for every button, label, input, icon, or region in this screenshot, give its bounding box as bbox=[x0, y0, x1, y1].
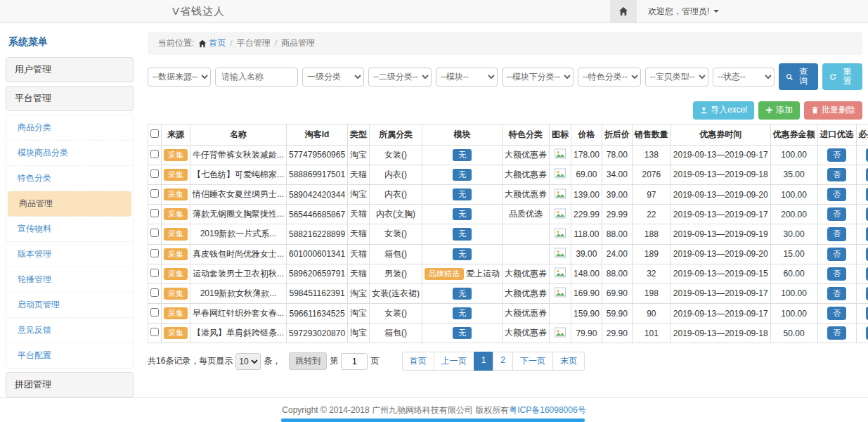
table-row: 采集【七色纺】可爱纯棉家...588869917501天猫内衣()无大额优惠券6… bbox=[148, 165, 868, 184]
sidebar-submenu-item[interactable]: 特色分类 bbox=[6, 166, 133, 191]
breadcrumb-home-link[interactable]: 首页 bbox=[198, 37, 226, 49]
sidebar-menu-item[interactable]: 拼团管理 bbox=[6, 372, 134, 397]
per-page-select[interactable]: 10 bbox=[235, 353, 261, 370]
import-select-toggle[interactable]: 否 bbox=[827, 267, 846, 281]
page-last-button[interactable]: 末页 bbox=[552, 352, 585, 371]
sidebar-submenu-item[interactable]: 轮播管理 bbox=[6, 267, 133, 293]
select-all-cell bbox=[148, 124, 162, 145]
category: 男装() bbox=[370, 264, 422, 283]
batch-delete-button[interactable]: 批量删除 bbox=[804, 101, 862, 119]
row-checkbox-cell bbox=[148, 165, 162, 184]
import-select-toggle[interactable]: 否 bbox=[827, 248, 846, 261]
price: 139.00 bbox=[571, 184, 602, 204]
name-search-input[interactable] bbox=[215, 68, 298, 87]
icon-cell bbox=[550, 205, 571, 224]
page-number-button[interactable]: 1 bbox=[474, 352, 494, 371]
search-button[interactable]: 查询 bbox=[779, 63, 819, 90]
breadcrumb-home-label: 首页 bbox=[209, 37, 226, 49]
filter-select[interactable]: --状态-- bbox=[713, 68, 775, 87]
row-checkbox[interactable] bbox=[150, 269, 159, 277]
page-first-button[interactable]: 首页 bbox=[402, 352, 434, 371]
sidebar-submenu-item[interactable]: 版本管理 bbox=[6, 242, 133, 267]
platform-type: 天猫 bbox=[348, 205, 370, 224]
select-all-checkbox[interactable] bbox=[150, 129, 159, 138]
import-select-toggle[interactable]: 否 bbox=[827, 287, 846, 300]
sidebar-submenu-item[interactable]: 商品分类 bbox=[6, 115, 133, 141]
import-select-toggle[interactable]: 否 bbox=[827, 227, 846, 241]
product-name: 2019新款女秋薄款... bbox=[190, 283, 287, 303]
sidebar-submenu-item[interactable]: 模块商品分类 bbox=[6, 141, 133, 166]
table-row: 采集【港风】单肩斜跨链条...597293020870淘宝箱包()无大额优惠券7… bbox=[148, 324, 868, 343]
jump-page-prefix: 第 bbox=[330, 355, 338, 367]
must-buy-toggle-cell: 否 bbox=[856, 145, 868, 165]
jump-page-input[interactable] bbox=[341, 353, 368, 370]
import-select-toggle[interactable]: 否 bbox=[827, 326, 846, 340]
taoke-id: 601000601341 bbox=[287, 244, 348, 264]
home-button[interactable] bbox=[610, 0, 637, 23]
row-checkbox[interactable] bbox=[150, 249, 159, 257]
welcome-text: 欢迎您，管理员! bbox=[648, 6, 709, 18]
filter-select[interactable]: --数据来源-- bbox=[148, 68, 211, 87]
page-prev-button[interactable]: 上一页 bbox=[434, 352, 474, 371]
page-next-button[interactable]: 下一页 bbox=[512, 352, 553, 371]
jump-button[interactable]: 跳转到 bbox=[289, 352, 327, 370]
category: 箱包() bbox=[370, 324, 422, 343]
row-checkbox-cell bbox=[148, 283, 162, 303]
product-name: 真皮钱包时尚优雅女士... bbox=[190, 244, 287, 264]
must-buy-toggle-cell: 否 bbox=[856, 184, 868, 204]
filter-select[interactable]: 一级分类 bbox=[302, 68, 364, 87]
row-checkbox[interactable] bbox=[150, 308, 159, 316]
filter-select[interactable]: --模块-- bbox=[436, 68, 498, 87]
import-select-toggle[interactable]: 否 bbox=[827, 188, 846, 201]
import-select-toggle[interactable]: 否 bbox=[827, 168, 846, 181]
breadcrumb-item: 商品管理 bbox=[281, 37, 315, 49]
sidebar-submenu-item[interactable]: 平台配置 bbox=[6, 343, 133, 368]
row-checkbox[interactable] bbox=[150, 328, 159, 336]
import-select-toggle[interactable]: 否 bbox=[827, 207, 846, 221]
add-button[interactable]: 添加 bbox=[758, 101, 800, 119]
coupon-amount: 100.00 bbox=[770, 304, 817, 324]
row-checkbox[interactable] bbox=[150, 229, 159, 237]
filter-select[interactable]: --二级分类-- bbox=[368, 68, 432, 87]
row-checkbox[interactable] bbox=[150, 189, 159, 198]
sidebar-submenu-item[interactable]: 宣传物料 bbox=[6, 217, 133, 242]
row-checkbox[interactable] bbox=[150, 288, 159, 297]
coupon-amount: 35.00 bbox=[770, 165, 817, 184]
user-menu[interactable]: 欢迎您，管理员! bbox=[648, 6, 719, 18]
horizontal-scrollbar-thumb[interactable] bbox=[281, 418, 585, 422]
import-select-toggle[interactable]: 否 bbox=[827, 307, 846, 320]
source-badge: 采集 bbox=[164, 268, 188, 280]
import-excel-button[interactable]: 导入excel bbox=[693, 101, 754, 119]
filter-select[interactable]: --宝贝类型-- bbox=[645, 68, 708, 87]
row-checkbox[interactable] bbox=[150, 150, 159, 158]
sidebar-menu-item[interactable]: 用户管理 bbox=[6, 57, 134, 82]
trash-icon bbox=[811, 106, 819, 114]
sidebar-submenu-item[interactable]: 启动页管理 bbox=[6, 293, 133, 318]
row-checkbox[interactable] bbox=[150, 209, 159, 217]
import-select-toggle-cell: 否 bbox=[817, 165, 856, 184]
reset-button-label: 重置 bbox=[840, 68, 855, 86]
source-badge: 采集 bbox=[164, 307, 188, 319]
page-number-button[interactable]: 2 bbox=[493, 352, 513, 371]
filter-select[interactable]: --模块下分类-- bbox=[502, 68, 574, 87]
sales-count: 189 bbox=[632, 244, 671, 264]
sidebar-submenu-item[interactable]: 意见反馈 bbox=[6, 318, 133, 343]
import-select-toggle[interactable]: 否 bbox=[827, 148, 846, 162]
must-buy-toggle-cell: 否 bbox=[856, 224, 868, 244]
column-header: 特色分类 bbox=[503, 124, 550, 145]
filter-select[interactable]: --特色分类-- bbox=[578, 68, 641, 87]
sidebar-submenu-item[interactable]: 商品管理 bbox=[8, 191, 131, 217]
sales-count: 97 bbox=[632, 184, 671, 204]
search-button-label: 查询 bbox=[796, 68, 811, 86]
must-buy-toggle-cell: 否 bbox=[856, 205, 868, 224]
icp-link[interactable]: 粤ICP备16098006号 bbox=[509, 404, 585, 416]
breadcrumb-separator: / bbox=[230, 39, 232, 49]
top-header-bar: V省钱达人 欢迎您，管理员! bbox=[0, 0, 868, 23]
sidebar-menu-item[interactable]: 平台管理 bbox=[6, 86, 134, 111]
reset-button[interactable]: 重置 bbox=[822, 63, 862, 90]
module-cell: 无 bbox=[422, 304, 503, 324]
row-checkbox[interactable] bbox=[150, 170, 159, 178]
import-select-toggle-cell: 否 bbox=[817, 145, 856, 165]
product-name: 2019新款一片式系... bbox=[190, 224, 287, 244]
taoke-id: 597293020870 bbox=[287, 324, 348, 343]
